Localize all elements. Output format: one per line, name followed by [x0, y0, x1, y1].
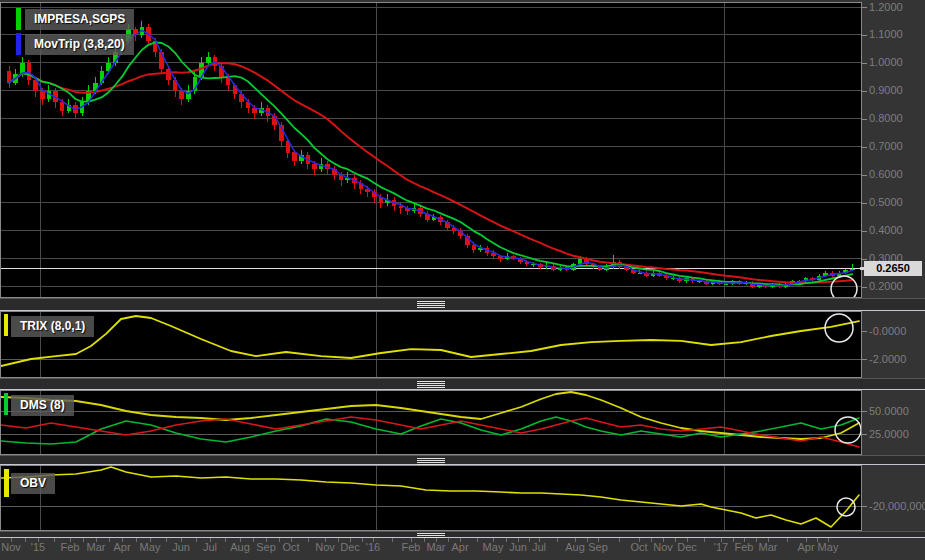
x-axis-tick	[436, 538, 437, 542]
y-axis-tick	[862, 359, 867, 360]
x-axis-label: Jul	[532, 541, 546, 553]
x-axis-tick	[675, 538, 676, 542]
separator-drag-grip[interactable]	[417, 301, 445, 309]
x-axis-label: Oct	[630, 541, 647, 553]
x-axis-label: Jul	[203, 541, 217, 553]
x-axis-tick	[166, 538, 167, 542]
x-axis-label: '17	[714, 541, 728, 553]
dms-series-swatch	[4, 393, 8, 415]
x-axis-tick	[362, 538, 363, 542]
x-axis-tick	[756, 538, 757, 542]
y-axis-tick	[862, 175, 867, 176]
obv-plot-svg[interactable]	[1, 466, 861, 530]
y-axis-tick	[862, 91, 867, 92]
x-axis-label: Jun	[509, 541, 527, 553]
obv-legend-label: OBV	[20, 476, 46, 490]
y-axis-label: 0.4000	[869, 224, 903, 237]
x-axis-label: Feb	[61, 541, 80, 553]
trix-series-swatch	[4, 314, 8, 336]
x-axis-tick	[598, 538, 599, 542]
x-axis-tick	[539, 538, 540, 542]
x-axis-label: Nov	[1, 541, 21, 553]
y-axis-tick	[862, 506, 867, 507]
y-axis-label: -20,000,000	[869, 500, 925, 513]
x-axis-tick	[150, 538, 151, 542]
x-axis-tick	[768, 538, 769, 542]
x-axis-tick	[54, 538, 55, 542]
symbol-legend[interactable]: IMPRESA,SGPS	[25, 9, 134, 30]
x-axis-tick	[828, 538, 829, 542]
trix-panel[interactable]	[0, 311, 862, 378]
x-axis-tick	[70, 538, 71, 542]
last-price-badge: 0.2650	[864, 261, 922, 276]
chart-application: IMPRESA,SGPS MovTrip (3,8,20) TRIX (8,0,…	[0, 0, 925, 560]
x-axis-tick	[392, 538, 393, 542]
x-axis-tick	[308, 538, 309, 542]
x-axis-label: '15	[31, 541, 45, 553]
y-axis-label: 0.2000	[869, 280, 903, 293]
dms-legend[interactable]: DMS (8)	[11, 395, 74, 416]
movtrip-legend[interactable]: MovTrip (3,8,20)	[25, 34, 134, 55]
x-axis-tick	[619, 538, 620, 542]
x-axis-label: Oct	[282, 541, 299, 553]
obv-panel[interactable]	[0, 465, 862, 531]
dms-legend-label: DMS (8)	[20, 398, 65, 412]
x-axis-tick	[11, 538, 12, 542]
y-axis-tick	[862, 203, 867, 204]
x-axis-label: Feb	[735, 541, 754, 553]
x-axis-tick	[350, 538, 351, 542]
x-axis-tick	[557, 538, 558, 542]
x-axis-tick	[266, 538, 267, 542]
obv-legend[interactable]: OBV	[11, 473, 55, 494]
x-axis-label: Jun	[172, 541, 190, 553]
y-axis-label: 0.8000	[869, 112, 903, 125]
x-axis-label: May	[818, 541, 839, 553]
x-axis-tick	[424, 538, 425, 542]
x-axis-label: Nov	[315, 541, 335, 553]
x-axis-tick	[663, 538, 664, 542]
y-axis-label: 0.5000	[869, 196, 903, 209]
x-axis-tick	[291, 538, 292, 542]
x-axis-tick	[109, 538, 110, 542]
separator-drag-grip[interactable]	[417, 381, 445, 389]
y-axis-label: 25.0000	[869, 428, 909, 441]
x-axis-tick	[136, 538, 137, 542]
movtrip-series-swatch	[16, 33, 21, 55]
separator-drag-grip[interactable]	[417, 533, 445, 538]
x-axis-tick	[651, 538, 652, 542]
y-axis-label: 1.1000	[869, 28, 903, 41]
y-axis-label: 0.9000	[869, 84, 903, 97]
x-axis-tick	[704, 538, 705, 542]
x-axis-tick	[122, 538, 123, 542]
x-axis-tick	[493, 538, 494, 542]
y-axis-tick	[862, 63, 867, 64]
x-axis-tick	[38, 538, 39, 542]
trix-legend-label: TRIX (8,0,1)	[20, 319, 85, 333]
y-axis-label: -2.0000	[869, 353, 906, 366]
y-axis-tick	[862, 147, 867, 148]
y-axis-tick	[862, 35, 867, 36]
x-axis-tick	[687, 538, 688, 542]
x-axis-label: Mar	[427, 541, 446, 553]
x-axis-tick	[477, 538, 478, 542]
x-axis-label: Apr	[797, 541, 814, 553]
x-axis-tick	[25, 538, 26, 542]
trix-plot-svg[interactable]	[1, 312, 861, 377]
y-axis-tick	[862, 287, 867, 288]
x-axis-label: Sep	[256, 541, 276, 553]
y-axis-tick	[862, 119, 867, 120]
x-axis-tick	[744, 538, 745, 542]
x-axis-label: Nov	[653, 541, 673, 553]
y-axis-label: 1.2000	[869, 1, 903, 14]
dms-plot-svg[interactable]	[1, 391, 861, 454]
trix-legend[interactable]: TRIX (8,0,1)	[11, 316, 94, 337]
y-axis-tick	[862, 259, 867, 260]
panel-separator	[0, 298, 925, 311]
x-axis-label: May	[140, 541, 161, 553]
x-axis-tick	[338, 538, 339, 542]
x-axis-tick	[575, 538, 576, 542]
dms-panel[interactable]	[0, 390, 862, 455]
x-axis-label: Aug	[230, 541, 250, 553]
symbol-legend-label: IMPRESA,SGPS	[34, 12, 125, 26]
y-axis-tick	[862, 7, 867, 8]
